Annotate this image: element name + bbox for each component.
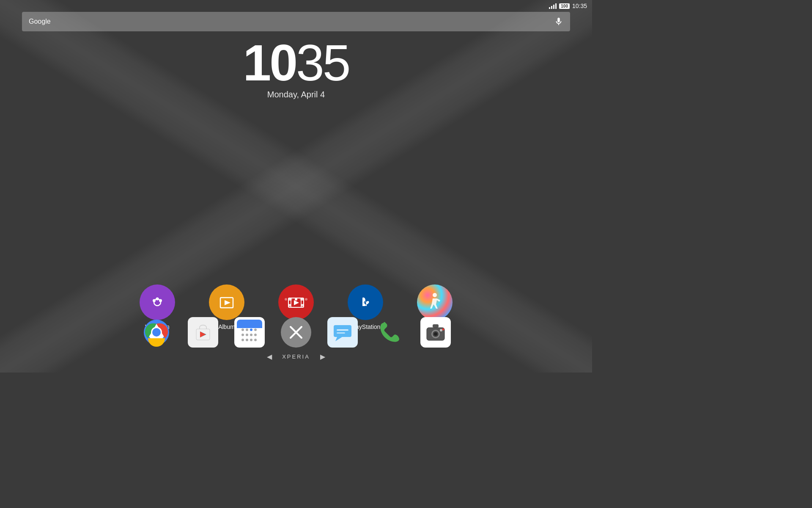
page-dots xyxy=(285,298,307,301)
page-dot-1 xyxy=(285,298,287,301)
svg-rect-44 xyxy=(337,332,345,334)
svg-rect-26 xyxy=(237,325,262,328)
svg-point-49 xyxy=(434,332,437,336)
svg-rect-10 xyxy=(301,304,304,306)
dock-brand-label: XPERIA xyxy=(282,353,310,360)
dock-calendar[interactable] xyxy=(234,317,265,348)
svg-point-51 xyxy=(440,329,442,331)
dock: ◀ XPERIA ▶ xyxy=(0,317,592,362)
dock-icons xyxy=(141,317,451,348)
svg-point-30 xyxy=(254,334,257,336)
walkman-icon xyxy=(140,284,175,320)
xperia-icon xyxy=(281,317,311,348)
status-bar: 100 10:35 xyxy=(544,0,592,12)
dock-chrome[interactable] xyxy=(141,317,172,348)
svg-point-37 xyxy=(250,329,252,331)
battery-indicator: 100 xyxy=(559,3,570,9)
svg-point-15 xyxy=(433,293,437,297)
svg-point-36 xyxy=(246,329,248,331)
clock-hour: 10 xyxy=(243,37,296,88)
clock-widget: 10 35 Monday, April 4 xyxy=(243,37,349,99)
phone-icon xyxy=(374,317,404,348)
svg-rect-8 xyxy=(288,304,291,306)
dock-next-arrow[interactable]: ▶ xyxy=(320,353,325,361)
clock-time: 10 35 xyxy=(243,37,349,88)
svg-point-27 xyxy=(241,334,244,336)
svg-point-52 xyxy=(442,329,444,331)
search-bar[interactable]: Google xyxy=(22,12,570,31)
google-logo: Google xyxy=(29,18,554,25)
dock-xperia[interactable] xyxy=(281,317,311,348)
clock-minute: 35 xyxy=(296,37,349,88)
dock-prev-arrow[interactable]: ◀ xyxy=(267,353,272,361)
svg-point-2 xyxy=(159,299,162,302)
page-dot-3 xyxy=(295,298,297,301)
svg-point-28 xyxy=(246,334,248,336)
svg-point-32 xyxy=(246,339,248,341)
svg-point-20 xyxy=(152,328,161,337)
svg-point-29 xyxy=(250,334,252,336)
svg-point-34 xyxy=(254,339,257,341)
chrome-icon xyxy=(141,317,172,348)
svg-rect-43 xyxy=(337,329,348,331)
page-dot-2 xyxy=(290,298,292,301)
page-dot-5 xyxy=(305,298,307,301)
messaging-icon xyxy=(327,317,358,348)
dock-playstore[interactable] xyxy=(188,317,218,348)
dock-bar: ◀ XPERIA ▶ xyxy=(267,351,325,362)
svg-point-31 xyxy=(241,339,244,341)
camera-icon xyxy=(420,317,451,348)
svg-rect-14 xyxy=(362,298,363,306)
svg-marker-13 xyxy=(294,300,299,305)
clock-date: Monday, April 4 xyxy=(243,90,349,99)
status-time: 10:35 xyxy=(572,3,587,9)
svg-point-3 xyxy=(153,299,156,302)
dock-camera[interactable] xyxy=(420,317,451,348)
svg-marker-5 xyxy=(225,300,230,305)
svg-point-33 xyxy=(250,339,252,341)
svg-rect-41 xyxy=(334,325,351,337)
album-icon xyxy=(209,284,244,320)
calendar-icon xyxy=(234,317,265,348)
movies-icon xyxy=(278,284,314,320)
page-dot-4 xyxy=(300,298,302,301)
svg-rect-50 xyxy=(433,324,439,328)
dock-messaging[interactable] xyxy=(327,317,358,348)
playstore-icon xyxy=(188,317,218,348)
svg-point-1 xyxy=(156,298,159,301)
signal-icon xyxy=(549,3,557,9)
playstation-icon xyxy=(348,284,383,320)
svg-marker-42 xyxy=(335,337,342,341)
microphone-icon[interactable] xyxy=(554,17,563,26)
svg-point-35 xyxy=(241,329,244,331)
dock-phone[interactable] xyxy=(374,317,404,348)
lifelog-icon xyxy=(417,284,453,320)
svg-point-38 xyxy=(254,329,257,331)
